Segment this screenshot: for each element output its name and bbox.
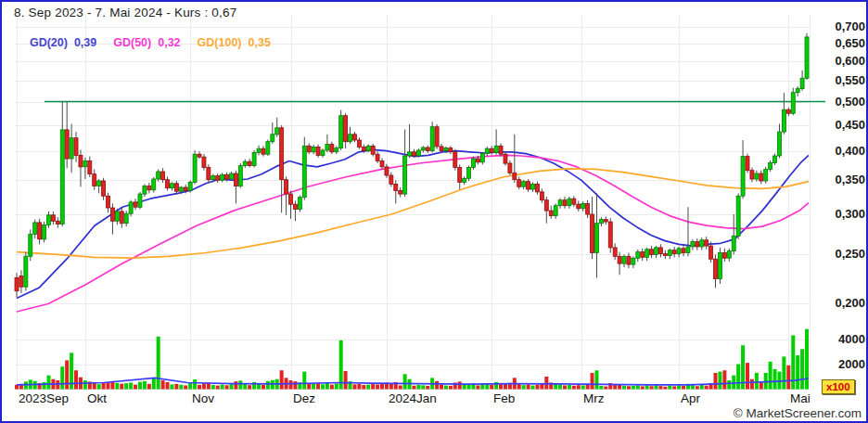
time-tick-label: Nov [192,391,214,405]
time-tick-label: Dez [293,391,315,405]
watermark: © MarketScreener.com [734,406,862,420]
time-axis: 2023SepOktNovDez2024JanFebMrzAprMai [2,2,868,423]
time-tick-label: 2023Sep [19,391,69,405]
time-tick-label: Apr [681,391,700,405]
time-tick-label: 2024Jan [389,391,437,405]
time-tick-label: Feb [493,391,515,405]
stock-chart-window: 8. Sep 2023 - 7. Mai 2024 - Kurs : 0,67 … [0,0,868,423]
time-tick-label: Mai [790,391,811,405]
volume-scale-badge: x100 [822,379,855,394]
time-tick-label: Mrz [583,391,605,405]
time-tick-label: Okt [87,391,107,405]
